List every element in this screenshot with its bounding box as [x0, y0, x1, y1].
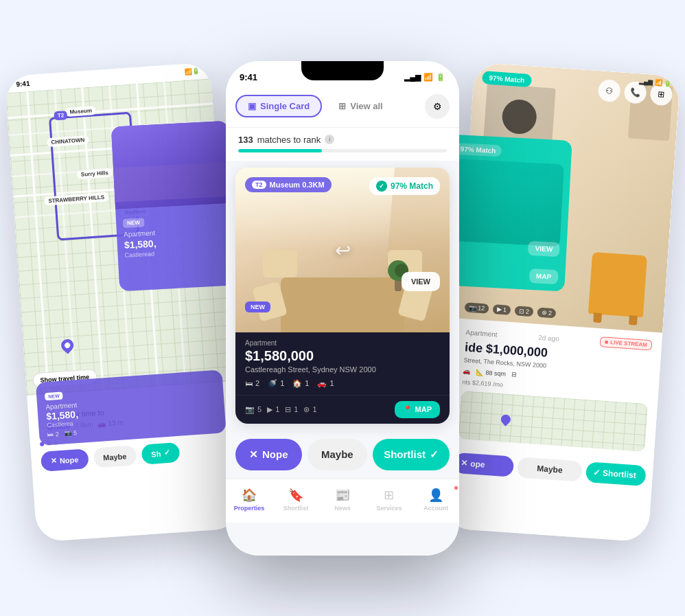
bed-icon: 🛏: [245, 379, 253, 387]
battery-icon: 🔋: [436, 73, 445, 82]
nav-services-label: Services: [376, 505, 402, 512]
left-beds: 🛏 2: [47, 431, 59, 438]
scene: 9:41 📶🔋 Museum: [0, 0, 685, 616]
check-circle-icon: ✓: [376, 181, 387, 192]
threed-icon: ⊛: [303, 405, 310, 414]
right-time-ago: 2d ago: [538, 334, 559, 343]
nav-account-wrapper: 👤 Account: [413, 485, 459, 514]
nav-properties-label: Properties: [234, 505, 265, 512]
right-maybe-button[interactable]: Maybe: [517, 457, 583, 482]
property-card: T2 Museum 0.3KM ✓ 97% Match NEW VIEW ↩: [235, 168, 450, 424]
left-icons: 📶🔋: [184, 67, 200, 76]
right-details: Apartment 2d ago LIVE STREAM ide $1,000,…: [448, 318, 662, 460]
shortlist-button[interactable]: Shortlist ✓: [373, 439, 450, 470]
matches-count: 133: [238, 135, 253, 145]
property-specs: 🛏 2 🚿 1 🏠 1 🚗 1: [245, 379, 440, 388]
info-icon: i: [325, 135, 334, 144]
account-icon: 👤: [428, 488, 443, 503]
nav-item-properties[interactable]: 🏠 Properties: [234, 485, 265, 514]
property-address: Castlereagh Street, Sydney NSW 2000: [245, 365, 440, 374]
right-sqm: 📐 88 sqm: [476, 369, 506, 378]
single-card-icon: ▣: [248, 101, 256, 111]
notch: [301, 61, 384, 80]
right-beds: 🚗: [463, 367, 471, 375]
floor-count: ⊡ 2: [515, 306, 534, 317]
nope-button[interactable]: ✕ Nope: [235, 439, 302, 470]
left-maybe-button[interactable]: Maybe: [93, 445, 137, 468]
account-notification-dot: [454, 486, 458, 490]
right-map-mini[interactable]: [458, 391, 648, 452]
purple-overlay-card: NEW Apartment $1,580, Castleread: [111, 121, 236, 292]
map-button[interactable]: 📍 MAP: [395, 401, 440, 418]
threed-media: ⊛ 1: [303, 401, 316, 418]
nav-item-news[interactable]: 📰 News: [334, 485, 351, 514]
center-status-icons: ▂▄▆ 📶 🔋: [404, 73, 445, 82]
teal-map-button[interactable]: MAP: [529, 269, 558, 284]
phone-right: ▂▄▆ 📶 🔋 97% Match ⚇ 📞 ⊞: [443, 62, 681, 542]
news-icon: 📰: [335, 488, 350, 503]
left-shortlist-button[interactable]: Sh ✓: [141, 442, 180, 465]
progress-bar: [238, 149, 447, 152]
purple-new-badge: NEW: [123, 218, 144, 228]
garage-icon: 🏠: [292, 379, 302, 388]
purple-card-info: NEW Apartment $1,580, Castleread: [115, 203, 235, 266]
center-tabs: ▣ Single Card ⊞ View all ⚙: [226, 89, 459, 128]
bath-icon: 🚿: [268, 379, 277, 388]
signal-icon: ▂▄▆: [404, 73, 421, 82]
teal-overlay-card: 97% Match VIEW MAP: [441, 134, 572, 291]
video-media: ▶ 1: [267, 401, 279, 418]
view-button[interactable]: VIEW: [402, 272, 440, 291]
progress-fill: [238, 149, 322, 152]
new-badge: NEW: [245, 301, 270, 312]
shortlist-check-icon: ✓: [163, 448, 170, 458]
right-nope-button[interactable]: ✕ ope: [453, 453, 514, 477]
right-shortlist-button[interactable]: ✓ Shortlist: [585, 461, 647, 486]
center-time: 9:41: [240, 72, 257, 82]
left-new-badge: NEW: [45, 392, 63, 401]
video-icon: ▶: [267, 405, 272, 414]
tab-view-all[interactable]: ⊞ View all: [327, 96, 393, 116]
shortlist-nav-icon: 🔖: [288, 488, 303, 503]
map-icon: 📍: [403, 405, 413, 414]
teal-view-button[interactable]: VIEW: [528, 241, 560, 257]
gear-icon: ⚙: [433, 101, 442, 112]
live-dot: [605, 341, 608, 344]
left-nope-button[interactable]: ✕ Nope: [40, 448, 89, 472]
nav-services-wrapper: ⊞ Services: [366, 485, 413, 514]
nav-news-wrapper: 📰 News: [319, 485, 366, 514]
property-price: $1,580,000: [245, 348, 440, 364]
settings-button[interactable]: ⚙: [425, 94, 450, 119]
location-text: Museum 0.3KM: [270, 181, 325, 189]
photos-count: 📷 12: [465, 302, 489, 313]
chair-decoration: [588, 252, 647, 317]
grid-icon: ⊞: [338, 101, 346, 111]
teal-match-badge: 97% Match: [454, 143, 501, 157]
tab-single-card[interactable]: ▣ Single Card: [235, 95, 322, 117]
right-media-count: 📷 12 ▶ 1 ⊡ 2 ⊛ 2: [465, 302, 557, 318]
nope-icon: ✕: [249, 448, 258, 461]
matches-text: 133 matches to rank i: [238, 135, 447, 145]
park-icon: 🚗: [317, 379, 327, 388]
nav-item-services[interactable]: ⊞ Services: [376, 485, 402, 514]
property-info: Apartment $1,580,000 Castlereagh Street,…: [235, 332, 450, 395]
t2-badge: T2: [54, 111, 67, 120]
nav-shortlist-label: Shortlist: [283, 505, 309, 512]
nav-shortlist-wrapper: 🔖 Shortlist: [272, 485, 319, 514]
phone-center: 9:41 ▂▄▆ 📶 🔋 ▣ Single Card ⊞ View all: [226, 61, 459, 556]
action-row: ✕ Nope Maybe Shortlist ✓: [226, 431, 459, 479]
services-icon: ⊞: [384, 488, 394, 503]
left-bath: 📷 5: [64, 429, 77, 437]
properties-icon: 🏠: [242, 488, 257, 503]
match-text: 97% Match: [391, 181, 433, 191]
floor-media: ⊟ 1: [285, 401, 298, 418]
apt-label: Apartment: [245, 339, 440, 347]
property-image: T2 Museum 0.3KM ✓ 97% Match NEW VIEW ↩: [235, 168, 450, 332]
purple-card-image: [111, 121, 232, 209]
nav-item-shortlist[interactable]: 🔖 Shortlist: [283, 485, 309, 514]
maybe-button[interactable]: Maybe: [307, 439, 368, 470]
right-screen: ▂▄▆ 📶 🔋 97% Match ⚇ 📞 ⊞: [443, 62, 681, 542]
nav-news-label: News: [334, 505, 351, 512]
nav-item-account[interactable]: 👤 Account: [423, 485, 448, 514]
shortlist-icon: ✓: [430, 448, 439, 461]
match-badge: ✓ 97% Match: [369, 177, 440, 195]
